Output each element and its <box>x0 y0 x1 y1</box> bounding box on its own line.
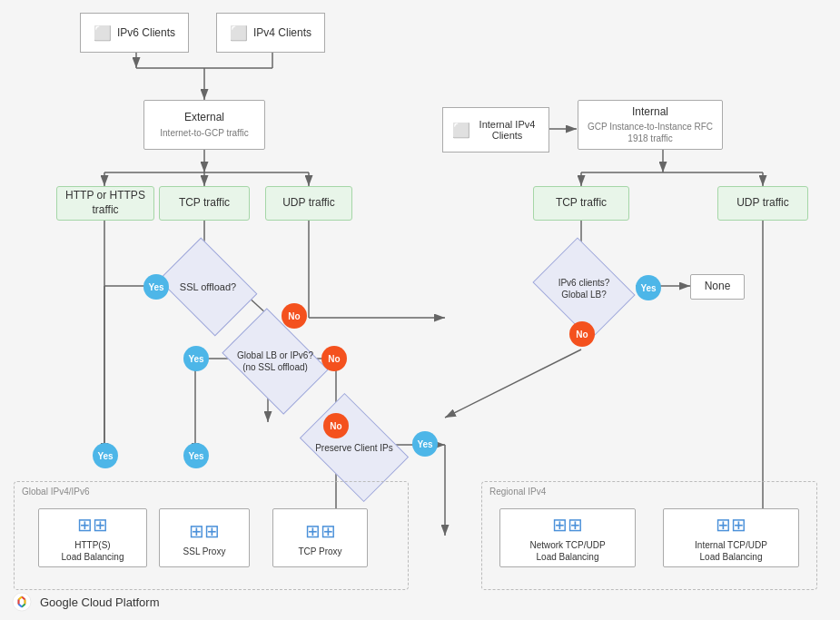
global-region-label: Global IPv4/IPv6 <box>22 487 89 497</box>
ssl-proxy-yes-badge: Yes <box>183 443 209 468</box>
tcp-external-box: TCP traffic <box>159 186 250 221</box>
tcp-internal-label: TCP traffic <box>556 196 607 211</box>
external-box: External Internet-to-GCP traffic <box>143 100 265 150</box>
ipv6-global-lb-diamond: IPv6 clients?Global LB? <box>543 257 625 320</box>
internal-ipv4-label: Internal IPv4 Clients <box>475 119 539 141</box>
global-lb-no-badge: No <box>321 346 347 371</box>
tcp-proxy-box: ⊞⊞ TCP Proxy <box>272 508 368 567</box>
preserve-yes-badge: Yes <box>412 431 438 457</box>
internal-lb-box: ⊞⊞ Internal TCP/UDP Load Balancing <box>663 508 799 567</box>
ipv6-clients-box: ⬜ IPv6 Clients <box>80 13 189 53</box>
https-lb-label: HTTP(S) Load Balancing <box>62 539 124 563</box>
http-https-label: HTTP or HTTPS traffic <box>57 189 153 217</box>
internal-lb-label: Internal TCP/UDP Load Balancing <box>695 539 767 563</box>
global-lb-ipv6-text: Global LB or IPv6?(no SSL offload) <box>237 349 313 373</box>
external-sublabel: Internet-to-GCP traffic <box>160 127 248 139</box>
internal-lb-icon: ⊞⊞ <box>716 513 746 536</box>
brand-label: Google Cloud Platform <box>40 595 160 609</box>
ssl-proxy-label: SSL Proxy <box>183 546 226 557</box>
monitor-icon-internal: ⬜ <box>452 122 470 139</box>
ssl-offload-no-badge: No <box>282 303 307 329</box>
ipv4-clients-box: ⬜ IPv4 Clients <box>216 13 325 53</box>
external-label: External <box>184 111 224 125</box>
https-lb-icon: ⊞⊞ <box>77 513 108 536</box>
internal-sublabel: GCP Instance-to-Instance RFC 1918 traffi… <box>578 121 722 144</box>
svg-line-35 <box>445 349 581 418</box>
preserve-client-ips-text: Preserve Client IPs <box>315 442 393 454</box>
ipv4-clients-label: IPv4 Clients <box>253 26 311 39</box>
preserve-no-badge: No <box>323 413 349 438</box>
internal-ipv4-clients-box: ⬜ Internal IPv4 Clients <box>442 107 549 153</box>
internal-label: Internal <box>632 105 668 120</box>
ipv6-global-lb-text: IPv6 clients?Global LB? <box>558 277 610 300</box>
udp-external-label: UDP traffic <box>282 196 335 211</box>
none-label: None <box>705 280 731 294</box>
diagram-container: ⬜ IPv6 Clients ⬜ IPv4 Clients External I… <box>0 0 840 620</box>
network-lb-icon: ⊞⊞ <box>552 513 583 536</box>
monitor-icon-ipv4: ⬜ <box>230 25 248 42</box>
ssl-proxy-box: ⊞⊞ SSL Proxy <box>159 508 250 567</box>
footer: Google Cloud Platform <box>11 591 160 613</box>
network-lb-label: Network TCP/UDP Load Balancing <box>529 539 605 563</box>
ipv6-no-badge: No <box>569 321 595 347</box>
none-box: None <box>690 274 745 300</box>
global-lb-ipv6-diamond: Global LB or IPv6?(no SSL offload) <box>232 330 319 393</box>
tcp-external-label: TCP traffic <box>179 196 230 211</box>
ipv6-yes-badge: Yes <box>636 275 661 300</box>
ssl-proxy-icon: ⊞⊞ <box>189 519 220 543</box>
network-lb-box: ⊞⊞ Network TCP/UDP Load Balancing <box>499 508 636 567</box>
global-lb-yes-badge: Yes <box>183 346 209 371</box>
regional-region-label: Regional IPv4 <box>489 487 546 497</box>
monitor-icon-ipv6: ⬜ <box>94 25 112 42</box>
http-https-box: HTTP or HTTPS traffic <box>56 186 154 221</box>
ssl-offload-yes-badge: Yes <box>143 274 169 300</box>
udp-external-box: UDP traffic <box>265 186 352 221</box>
udp-internal-box: UDP traffic <box>717 186 808 221</box>
internal-box: Internal GCP Instance-to-Instance RFC 19… <box>578 100 723 150</box>
ipv6-clients-label: IPv6 Clients <box>117 26 175 39</box>
tcp-internal-box: TCP traffic <box>533 186 629 221</box>
ssl-offload-diamond: SSL offload? <box>168 257 248 317</box>
ssl-offload-text: SSL offload? <box>180 280 236 293</box>
svg-point-36 <box>13 593 31 611</box>
tcp-proxy-icon: ⊞⊞ <box>305 519 336 543</box>
udp-internal-label: UDP traffic <box>736 196 789 211</box>
preserve-client-ips-diamond: Preserve Client IPs <box>309 416 400 479</box>
tcp-proxy-label: TCP Proxy <box>298 546 341 557</box>
https-lb-box: ⊞⊞ HTTP(S) Load Balancing <box>38 508 147 567</box>
gcp-logo <box>11 591 33 613</box>
https-yes-badge: Yes <box>93 443 118 468</box>
